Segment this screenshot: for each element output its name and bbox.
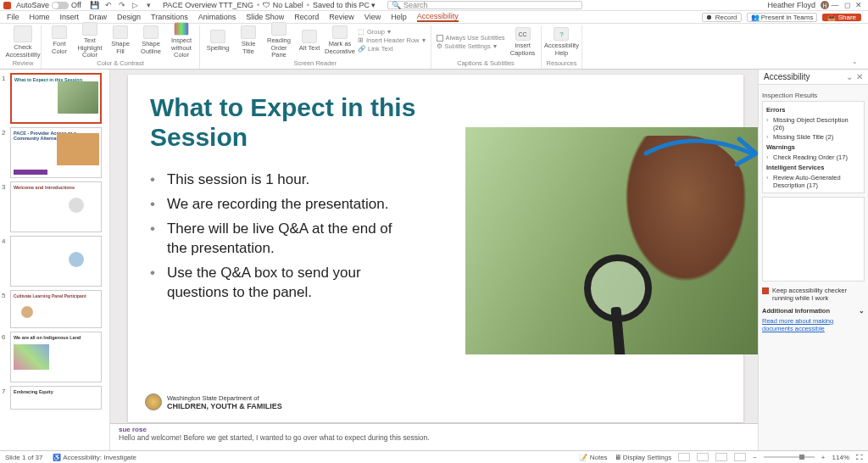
save-dropdown-icon[interactable]: ▾ [371, 1, 376, 9]
tab-help[interactable]: Help [391, 13, 407, 21]
chevron-down-icon[interactable]: ⌄ [846, 72, 853, 81]
mark-decorative-button[interactable]: Mark as Decorative [327, 25, 353, 55]
thumbnail-1[interactable]: What to Expect in this Session [10, 73, 102, 124]
tab-home[interactable]: Home [30, 13, 50, 21]
thumbnail-4[interactable] [10, 236, 102, 287]
footer-logo: Washington State Department of CHILDREN,… [145, 393, 282, 410]
tab-slideshow[interactable]: Slide Show [246, 13, 284, 21]
help-icon: ? [554, 27, 569, 41]
toggle-switch[interactable] [52, 2, 69, 9]
notes-button[interactable]: 📝 Notes [579, 454, 607, 461]
notes-author: sue rose [119, 426, 749, 433]
alt-text-button[interactable]: Alt Text [297, 30, 322, 52]
thumbnail-3[interactable]: Welcome and Introductions [10, 181, 102, 232]
tab-record[interactable]: Record [294, 13, 319, 21]
notes-pane[interactable]: sue rose Hello and welcome! Before we ge… [110, 423, 758, 450]
qat-dropdown-icon[interactable]: ▾ [144, 1, 154, 9]
check-accessibility-button[interactable]: Check Accessibility [10, 25, 36, 59]
intelligent-category[interactable]: Intelligent Services [766, 164, 860, 171]
tab-review[interactable]: Review [329, 13, 354, 21]
save-icon[interactable]: 💾 [90, 1, 100, 9]
slideshow-view-icon[interactable] [734, 453, 746, 461]
zoom-in-icon[interactable]: + [821, 454, 826, 461]
pane-close-icon[interactable]: ✕ [856, 72, 863, 81]
group-label: Captions & Subtitles [457, 59, 515, 67]
subtitle-settings-button[interactable]: ⚙ Subtitle Settings ▾ [437, 42, 505, 50]
tab-transitions[interactable]: Transitions [151, 13, 188, 21]
separator: • [307, 1, 309, 9]
thumbnail-2[interactable]: PACE - Provider Access to a Community Al… [10, 127, 102, 178]
maximize-icon[interactable]: ◻ [841, 1, 853, 9]
minimize-icon[interactable]: — [829, 1, 841, 9]
slide-bullets[interactable]: •This session is 1 hour. •We are recordi… [150, 170, 404, 303]
shape-fill-button[interactable]: Shape Fill [108, 25, 133, 55]
slide-position[interactable]: Slide 1 of 37 [5, 454, 42, 461]
accessibility-help-button[interactable]: ?Accessibility Help [548, 27, 574, 57]
user-account[interactable]: Heather Floyd H [767, 1, 829, 9]
collapse-ribbon-icon[interactable]: ⌄ [847, 58, 863, 69]
slide-title[interactable]: What to Expect in this Session [150, 93, 455, 152]
shape-outline-button[interactable]: Shape Outline [138, 25, 164, 55]
insert-captions-button[interactable]: CCInsert Captions [510, 27, 536, 57]
keep-running-label: Keep accessibility checker running while… [772, 287, 865, 302]
record-button[interactable]: ⏺ Record [702, 13, 741, 22]
fit-window-icon[interactable]: ⛶ [856, 454, 863, 461]
redo-icon[interactable]: ↷ [117, 1, 127, 9]
warning-item[interactable]: Check Reading Order (17) [766, 153, 860, 162]
autosave-state: Off [71, 1, 81, 9]
intel-item[interactable]: Review Auto-Generated Description (17) [766, 173, 860, 190]
warnings-category[interactable]: Warnings [766, 143, 860, 151]
sorter-view-icon[interactable] [697, 453, 709, 461]
thumbnail-6[interactable]: We are all on Indigenous Land [10, 332, 102, 382]
tab-accessibility[interactable]: Accessibility [417, 12, 459, 22]
sensitivity-label[interactable]: 🛡 No Label [263, 1, 303, 9]
user-name: Heather Floyd [767, 1, 815, 9]
accessibility-status[interactable]: ♿ Accessibility: Investigate [53, 454, 136, 461]
from-beginning-icon[interactable]: ▷ [131, 1, 141, 9]
group-button[interactable]: ⬚ Group ▾ [358, 28, 426, 36]
inspect-without-color-button[interactable]: Inspect without Color [169, 22, 194, 59]
tab-draw[interactable]: Draw [89, 13, 107, 21]
close-icon[interactable]: ✕ [853, 1, 865, 9]
additional-info-header[interactable]: Additional Information⌄ [762, 307, 865, 315]
thumbnail-5[interactable]: Cultivate Learning Panel Participant [10, 290, 102, 328]
display-settings-button[interactable]: 🖥 Display Settings [615, 454, 672, 461]
error-item[interactable]: Missing Object Description (26) [766, 115, 860, 132]
search-box[interactable]: 🔍 Search [387, 1, 582, 9]
group-captions: Always Use Subtitles ⚙ Subtitle Settings… [431, 25, 542, 69]
canvas-scroll[interactable]: What to Expect in this Session •This ses… [110, 70, 758, 423]
text-highlight-button[interactable]: Text Highlight Color [77, 22, 103, 59]
learn-more-link[interactable]: Read more about making documents accessi… [762, 317, 865, 332]
thumbnail-7[interactable]: Embracing Equity [10, 386, 102, 410]
tab-view[interactable]: View [364, 13, 381, 21]
tab-insert[interactable]: Insert [60, 13, 80, 21]
share-button[interactable]: 📤 Share [822, 14, 861, 21]
zoom-level[interactable]: 114% [832, 454, 849, 461]
present-teams-button[interactable]: 👥 Present in Teams [747, 13, 818, 22]
normal-view-icon[interactable] [678, 453, 690, 461]
always-subtitles-checkbox[interactable]: Always Use Subtitles [437, 34, 505, 42]
zoom-out-icon[interactable]: − [753, 454, 757, 461]
reading-order-button[interactable]: Reading Order Pane [266, 22, 292, 59]
autosave-toggle[interactable]: AutoSave Off [16, 1, 81, 9]
font-color-button[interactable]: Font Color [47, 25, 72, 55]
font-color-icon [52, 25, 67, 39]
error-item[interactable]: Missing Slide Title (2) [766, 132, 860, 142]
thumb-image [57, 133, 99, 165]
tab-design[interactable]: Design [117, 13, 141, 21]
reading-view-icon[interactable] [715, 453, 727, 461]
undo-icon[interactable]: ↶ [103, 1, 114, 9]
link-text-button[interactable]: 🔗 Link Text [358, 45, 426, 53]
slide-title-button[interactable]: Slide Title [236, 25, 261, 55]
errors-category[interactable]: Errors [766, 106, 860, 114]
keep-running-checkbox[interactable]: Keep accessibility checker running while… [762, 287, 865, 302]
thumb-title: Cultivate Learning Panel Participant [14, 293, 98, 298]
insert-header-row-button[interactable]: ⊞ Insert Header Row ▾ [358, 36, 426, 44]
slide-photo[interactable] [465, 127, 758, 354]
search-placeholder: Search [403, 1, 428, 9]
spelling-button[interactable]: Spelling [205, 30, 231, 52]
tab-file[interactable]: File [7, 13, 19, 21]
slide[interactable]: What to Expect in this Session •This ses… [128, 75, 743, 422]
zoom-slider[interactable] [764, 456, 815, 458]
tab-animations[interactable]: Animations [198, 13, 236, 21]
